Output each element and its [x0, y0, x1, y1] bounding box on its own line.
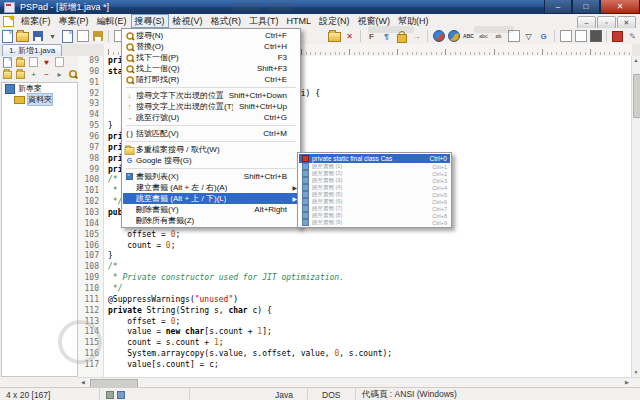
file-tab[interactable]: 1. 新增1.java	[2, 44, 62, 56]
save-file-icon[interactable]	[31, 29, 45, 43]
close-file-icon[interactable]: ✕	[343, 29, 357, 43]
minimize-button[interactable]: –	[544, 0, 572, 14]
line-number[interactable]: 111	[78, 295, 103, 306]
scroll-up-arrow[interactable]: ▲	[632, 56, 640, 65]
line-number[interactable]: 102	[78, 197, 103, 208]
browser2-preview-icon[interactable]	[447, 29, 461, 43]
menu-search-active[interactable]: 搜尋(S)	[131, 14, 169, 28]
code-line[interactable]: value = new char[s.count + 1];	[104, 327, 632, 338]
line-number[interactable]: 90	[78, 67, 103, 78]
code-line[interactable]: * Private constructor used for JIT optim…	[104, 273, 632, 284]
menu-item[interactable]: ↑搜尋文字上次出現的位置(T)Shift+Ctrl+Up	[123, 101, 299, 112]
project-new-icon[interactable]	[2, 57, 13, 68]
menu-item[interactable]: 刪除書籤(Y)Alt+Right	[123, 204, 299, 215]
new-file-menu-caret-icon[interactable]: ▾	[46, 29, 60, 43]
line-number[interactable]: 105	[78, 230, 103, 241]
paste-icon[interactable]	[328, 29, 342, 43]
bookmark-item[interactable]: 跳至書籤 (6)Ctrl+6	[299, 198, 450, 205]
line-number[interactable]: 110	[78, 284, 103, 295]
bookmark-item[interactable]: 跳至書籤 (2)Ctrl+2	[299, 170, 450, 177]
line-number[interactable]: 104	[78, 219, 103, 230]
bookmark-item[interactable]: 跳至書籤 (8)Ctrl+8	[299, 212, 450, 219]
line-number[interactable]: 109	[78, 273, 103, 284]
code-line[interactable]: /*	[104, 262, 632, 273]
bookmark-item[interactable]: 跳至書籤 (4)Ctrl+4	[299, 184, 450, 191]
close-button[interactable]: ✕	[600, 0, 640, 14]
menu-8[interactable]: 設定(N)	[315, 14, 354, 28]
line-number[interactable]: 99	[78, 165, 103, 176]
project-filter-icon[interactable]	[67, 69, 78, 80]
menu-4[interactable]: 檢視(V)	[169, 14, 207, 28]
code-line[interactable]: count = s.count + 1;	[104, 338, 632, 349]
line-number[interactable]: 100	[78, 175, 103, 186]
save-all-icon[interactable]	[91, 29, 105, 43]
menu-item[interactable]: 刪除所有書籤(Z)	[123, 215, 299, 226]
line-number[interactable]: 94	[78, 110, 103, 121]
code-line[interactable]: offset = 0;	[104, 230, 632, 241]
scroll-down-arrow[interactable]: ▼	[632, 368, 640, 377]
view-panel-3-icon[interactable]	[589, 29, 603, 43]
menu-1[interactable]: 專案(P)	[55, 14, 93, 28]
project-panel-icon[interactable]	[28, 57, 39, 68]
view-panel-1-icon[interactable]	[559, 29, 573, 43]
title-bar[interactable]: PSPad - [新增1.java *] – □ ✕	[0, 0, 640, 14]
bookmark-item[interactable]: 跳至書籤 (1)Ctrl+1	[299, 163, 450, 170]
file-add-icon[interactable]: +	[28, 69, 39, 80]
bookmark-item[interactable]: 跳至書籤 (3)Ctrl+3	[299, 177, 450, 184]
line-number[interactable]: 95	[78, 121, 103, 132]
google-toolbar-icon[interactable]: G	[537, 29, 551, 43]
line-number[interactable]: 101	[78, 186, 103, 197]
menu-item[interactable]: ↓搜尋文字下次出現的位置(S)Shift+Ctrl+Down	[123, 90, 299, 101]
bookmark-item[interactable]: 跳至書籤 (5)Ctrl+5	[299, 191, 450, 198]
line-number[interactable]: 89	[78, 56, 103, 67]
line-number[interactable]: 112	[78, 306, 103, 317]
menu-item[interactable]: 替換(O)Ctrl+H	[123, 41, 299, 52]
line-number[interactable]: 103	[78, 208, 103, 219]
menu-item[interactable]: ( )括號匹配(V)Ctrl+M	[123, 128, 299, 139]
code-line[interactable]: private String(String s, char c) {	[104, 306, 632, 317]
new-file-icon[interactable]	[1, 29, 15, 43]
scroll-right-arrow[interactable]: ▶	[622, 378, 632, 387]
menu-item[interactable]: GGoogle 搜尋(G)	[123, 155, 299, 166]
bookmark-item[interactable]: private static final class CasCtrl+0	[299, 154, 450, 163]
line-number[interactable]: 108	[78, 262, 103, 273]
menu-6[interactable]: 工具(T)	[245, 14, 283, 28]
favorites-icon[interactable]: ♥	[41, 57, 52, 68]
line-number[interactable]: 92	[78, 89, 103, 100]
filter-icon[interactable]: ▽	[522, 29, 536, 43]
menu-7[interactable]: HTML	[283, 14, 316, 28]
line-number[interactable]: 98	[78, 154, 103, 165]
browser-preview-icon[interactable]	[432, 29, 446, 43]
code-line[interactable]: */	[104, 284, 632, 295]
code-line[interactable]: value[s.count] = c;	[104, 360, 632, 371]
menu-item[interactable]: 書籤列表(X)Shift+Ctrl+B	[123, 171, 299, 182]
code-line[interactable]: System.arraycopy(s.value, s.offset, valu…	[104, 349, 632, 360]
menu-item[interactable]: 找上一個(Q)Shift+F3	[123, 63, 299, 74]
scroll-left-arrow[interactable]: ◀	[78, 378, 88, 387]
open-file-icon[interactable]	[16, 29, 30, 43]
code-line[interactable]: count = 0;	[104, 241, 632, 252]
tree-item-folder[interactable]: 資料夾	[2, 94, 77, 105]
menu-item[interactable]: 多重檔案搜尋 / 取代(W)	[123, 144, 299, 155]
project-settings-icon[interactable]: ▸	[54, 69, 65, 80]
folder-add-icon[interactable]	[2, 69, 13, 80]
code-line[interactable]: offset = 0;	[104, 317, 632, 328]
line-number[interactable]: 91	[78, 78, 103, 89]
maximize-button[interactable]: □	[572, 0, 600, 14]
file-remove-icon[interactable]: −	[41, 69, 52, 80]
code-line[interactable]: @SuppressWarnings("unused")	[104, 295, 632, 306]
macro-caret-icon[interactable]: ✎	[626, 29, 640, 43]
vertical-scroll-thumb[interactable]	[633, 74, 640, 118]
line-number[interactable]: 96	[78, 132, 103, 143]
record-macro-icon[interactable]	[611, 29, 625, 43]
bookmark-item[interactable]: 跳至書籤 (7)Ctrl+7	[299, 205, 450, 212]
menu-item[interactable]: 建立書籤 (Alt + 左 / 右)(A)▶	[123, 182, 299, 193]
menu-item[interactable]: 跳至書籤 (Alt + 上 / 下)(L)▶	[123, 193, 299, 204]
tree-item-project[interactable]: 新專案	[2, 83, 77, 94]
line-number[interactable]: 106	[78, 241, 103, 252]
bookmark-item[interactable]: 跳至書籤 (9)Ctrl+9	[299, 219, 450, 226]
menu-item[interactable]: →跳至行號(U)Ctrl+G	[123, 112, 299, 123]
menu-2[interactable]: 編輯(E)	[93, 14, 131, 28]
project-clear-icon[interactable]	[54, 57, 65, 68]
menu-item[interactable]: 隨打即找(R)Ctrl+E	[123, 74, 299, 85]
